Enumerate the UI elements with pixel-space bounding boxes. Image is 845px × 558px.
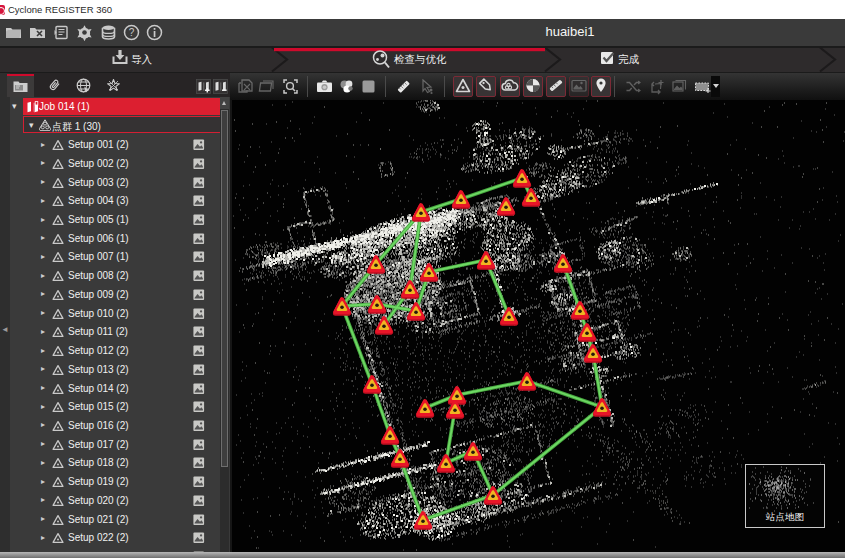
svg-text:导入: 导入 bbox=[131, 53, 153, 65]
svg-text:?: ? bbox=[129, 27, 135, 38]
svg-text:完成: 完成 bbox=[618, 53, 640, 65]
svg-text:检查与优化: 检查与优化 bbox=[394, 53, 447, 65]
